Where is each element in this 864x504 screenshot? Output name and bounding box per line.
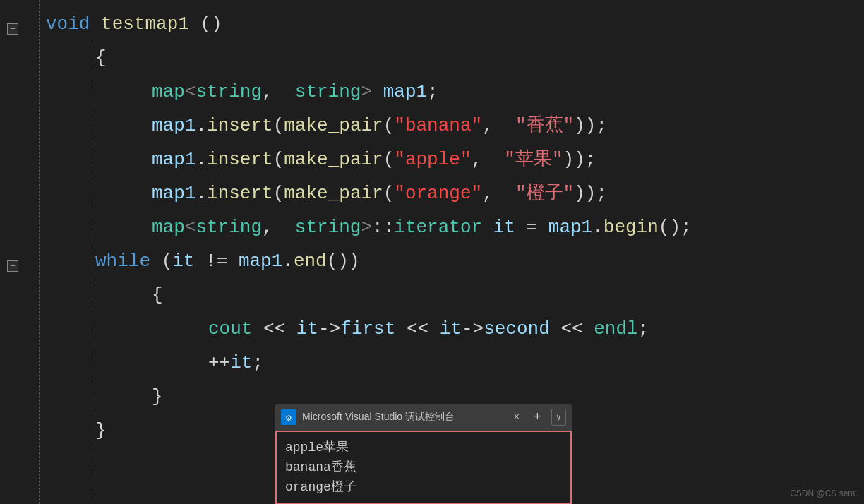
code-line-11: ++it; xyxy=(39,346,864,380)
keyword-while: while xyxy=(95,251,150,272)
output-line-3: orange橙子 xyxy=(285,477,562,497)
line-4: map1.insert(make_pair("banana", "香蕉")); xyxy=(0,109,864,143)
type-map: map xyxy=(152,81,185,102)
code-editor: − void testmap1 () { map<string, string>… xyxy=(0,0,864,504)
svg-text:⚙: ⚙ xyxy=(285,414,292,422)
line-2: { xyxy=(0,41,864,75)
terminal-tab-bar: ⚙ Microsoft Visual Studio 调试控制台 × + ∨ xyxy=(275,404,572,431)
line-3: map<string, string> map1; xyxy=(0,75,864,109)
line-1: − void testmap1 () xyxy=(0,7,864,41)
output-line-1: apple苹果 xyxy=(285,438,562,457)
line-7: map<string, string>::iterator it = map1.… xyxy=(0,210,864,244)
line-10: cout << it->first << it->second << endl; xyxy=(0,312,864,346)
collapse-btn-8[interactable]: − xyxy=(7,260,18,272)
code-line-9: { xyxy=(39,278,864,312)
fn-testmap1: testmap1 xyxy=(101,13,189,35)
terminal-dropdown-button[interactable]: ∨ xyxy=(551,409,566,426)
line-8: − while (it != map1.end()) xyxy=(0,244,864,278)
code-line-6: map1.insert(make_pair("orange", "橙子")); xyxy=(39,176,864,210)
line-9: { xyxy=(0,278,864,312)
line-6: map1.insert(make_pair("orange", "橙子")); xyxy=(0,176,864,210)
code-line-3: map<string, string> map1; xyxy=(39,75,864,109)
keyword-void: void xyxy=(46,13,90,35)
code-line-2: { xyxy=(39,41,864,75)
code-line-7: map<string, string>::iterator it = map1.… xyxy=(39,210,864,244)
code-line-10: cout << it->first << it->second << endl; xyxy=(39,312,864,346)
terminal-output: apple苹果 banana香蕉 orange橙子 xyxy=(275,431,572,504)
line-11: ++it; xyxy=(0,346,864,380)
terminal-tab-label: Microsoft Visual Studio 调试控制台 xyxy=(302,411,504,424)
code-line-5: map1.insert(make_pair("apple", "苹果")); xyxy=(39,143,864,176)
vs-icon: ⚙ xyxy=(281,409,296,425)
collapse-btn-1[interactable]: − xyxy=(7,23,18,35)
code-line-1: void testmap1 () xyxy=(39,7,864,41)
line-5: map1.insert(make_pair("apple", "苹果")); xyxy=(0,143,864,176)
var-map1: map1 xyxy=(383,81,427,102)
terminal-panel: ⚙ Microsoft Visual Studio 调试控制台 × + ∨ ap… xyxy=(275,404,572,504)
terminal-close-button[interactable]: × xyxy=(510,410,524,424)
code-line-8: while (it != map1.end()) xyxy=(39,244,864,278)
output-line-2: banana香蕉 xyxy=(285,457,562,477)
watermark: CSDN @CS semi xyxy=(790,488,857,498)
terminal-add-button[interactable]: + xyxy=(529,410,546,424)
code-line-4: map1.insert(make_pair("banana", "香蕉")); xyxy=(39,109,864,143)
